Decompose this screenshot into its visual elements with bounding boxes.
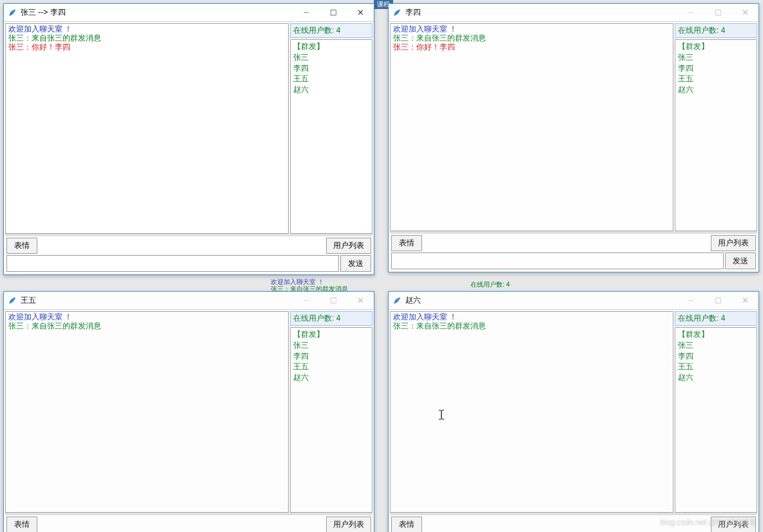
online-user-count: 在线用户数: 4 [675,23,757,38]
user-item[interactable]: 张三 [293,52,369,63]
chat-window: 王五欢迎加入聊天室 ！张三：来自张三的群发消息在线用户数: 4【群发】张三李四王… [3,291,374,532]
chat-line: 张三：你好！李四 [393,43,670,52]
user-list[interactable]: 【群发】张三李四王五赵六 [290,327,372,513]
group-send-item[interactable]: 【群发】 [678,41,754,52]
window-title: 张三 --> 李四 [21,7,293,18]
maximize-button[interactable] [320,4,347,21]
bg-peek-lines: 欢迎加入聊天室 ！ 张三：来自张三的群发消息 [271,278,348,292]
group-send-item[interactable]: 【群发】 [678,329,754,340]
titlebar[interactable]: 王五 [4,292,374,310]
chat-line: 欢迎加入聊天室 ！ [8,313,285,322]
user-item[interactable]: 李四 [678,351,754,362]
maximize-button[interactable] [320,292,347,309]
titlebar[interactable]: 张三 --> 李四 [4,4,374,22]
chat-window: 张三 --> 李四欢迎加入聊天室 ！张三：来自张三的群发消息张三：你好！李四在线… [3,3,374,275]
user-item[interactable]: 赵六 [678,84,754,95]
user-item[interactable]: 张三 [678,52,754,63]
emoji-button[interactable]: 表情 [391,235,422,251]
user-list[interactable]: 【群发】张三李四王五赵六 [675,327,757,513]
emoji-button[interactable]: 表情 [6,238,37,254]
user-list[interactable]: 【群发】张三李四王五赵六 [290,39,372,234]
user-item[interactable]: 赵六 [293,84,369,95]
user-item[interactable]: 王五 [678,361,754,372]
online-user-count: 在线用户数: 4 [290,23,372,38]
message-input[interactable] [391,252,724,269]
emoji-button[interactable]: 表情 [391,517,422,532]
chat-line: 欢迎加入聊天室 ！ [393,25,670,34]
user-item[interactable]: 李四 [678,63,754,74]
user-item[interactable]: 赵六 [678,372,754,383]
user-item[interactable]: 王五 [293,361,369,372]
userlist-button[interactable]: 用户列表 [711,517,756,532]
userlist-button[interactable]: 用户列表 [711,235,756,251]
titlebar[interactable]: 李四 [389,4,758,22]
send-button[interactable]: 发送 [340,255,371,272]
user-item[interactable]: 王五 [678,73,754,84]
feather-icon [8,296,17,305]
bg-peek-count: 在线用户数: 4 [470,281,510,288]
minimize-button[interactable] [293,292,320,309]
feather-icon [8,8,17,17]
minimize-button[interactable] [677,292,704,309]
close-button[interactable] [347,4,374,21]
userlist-button[interactable]: 用户列表 [326,517,371,532]
chat-log[interactable]: 欢迎加入聊天室 ！张三：来自张三的群发消息 [390,311,673,513]
online-user-count: 在线用户数: 4 [290,311,372,326]
user-item[interactable]: 李四 [293,351,369,362]
chat-line: 张三：来自张三的群发消息 [393,322,670,331]
feather-icon [392,296,401,305]
chat-line: 欢迎加入聊天室 ！ [393,313,670,322]
group-send-item[interactable]: 【群发】 [293,329,369,340]
close-button[interactable] [731,4,758,21]
userlist-button[interactable]: 用户列表 [326,238,371,254]
chat-log[interactable]: 欢迎加入聊天室 ！张三：来自张三的群发消息 [5,311,289,513]
chat-window: 赵六欢迎加入聊天室 ！张三：来自张三的群发消息在线用户数: 4【群发】张三李四王… [388,291,759,532]
group-send-item[interactable]: 【群发】 [293,41,369,52]
user-item[interactable]: 赵六 [293,372,369,383]
emoji-button[interactable]: 表情 [6,517,37,532]
chat-log[interactable]: 欢迎加入聊天室 ！张三：来自张三的群发消息张三：你好！李四 [390,23,673,231]
window-title: 王五 [21,295,293,306]
user-item[interactable]: 张三 [293,340,369,351]
user-item[interactable]: 李四 [293,63,369,74]
minimize-button[interactable] [677,4,704,21]
window-title: 赵六 [405,295,677,306]
message-input[interactable] [6,255,339,272]
feather-icon [392,8,401,17]
close-button[interactable] [731,292,758,309]
window-title: 李四 [405,7,677,18]
close-button[interactable] [347,292,374,309]
chat-line: 张三：来自张三的群发消息 [8,34,285,43]
maximize-button[interactable] [704,4,731,21]
send-button[interactable]: 发送 [725,252,756,269]
user-item[interactable]: 王五 [293,73,369,84]
user-list[interactable]: 【群发】张三李四王五赵六 [675,39,757,231]
user-item[interactable]: 张三 [678,340,754,351]
online-user-count: 在线用户数: 4 [675,311,757,326]
chat-line: 张三：来自张三的群发消息 [8,322,285,331]
maximize-button[interactable] [704,292,731,309]
titlebar[interactable]: 赵六 [389,292,758,310]
chat-log[interactable]: 欢迎加入聊天室 ！张三：来自张三的群发消息张三：你好！李四 [5,23,289,234]
chat-line: 张三：来自张三的群发消息 [393,34,670,43]
chat-window: 李四欢迎加入聊天室 ！张三：来自张三的群发消息张三：你好！李四在线用户数: 4【… [388,3,759,272]
minimize-button[interactable] [293,4,320,21]
chat-line: 张三：你好！李四 [8,43,285,52]
chat-line: 欢迎加入聊天室 ！ [8,25,285,34]
